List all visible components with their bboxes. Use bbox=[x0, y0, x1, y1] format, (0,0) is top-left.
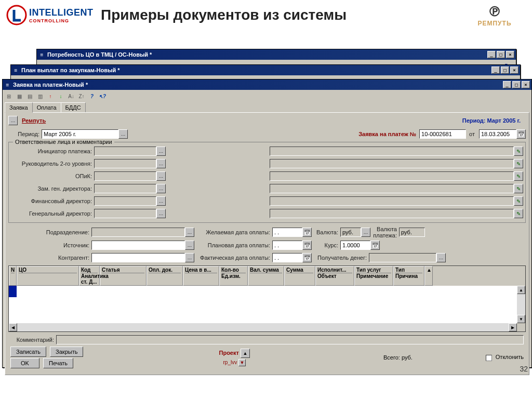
pick-button[interactable]: … bbox=[185, 241, 194, 250]
role-comment-input[interactable] bbox=[270, 184, 514, 193]
calendar-icon[interactable] bbox=[302, 253, 312, 262]
rate-input[interactable]: 1.0000 bbox=[340, 241, 370, 250]
pick-button[interactable]: … bbox=[185, 228, 194, 237]
detail-grid[interactable]: N ЦО КодАналитика ст. Д...Статья Опл. до… bbox=[8, 265, 526, 332]
want-date-input[interactable]: . . bbox=[272, 228, 302, 237]
col-header[interactable]: Сумма bbox=[284, 266, 315, 286]
pay-currency-input[interactable]: руб. bbox=[399, 228, 425, 237]
pick-org-button[interactable]: … bbox=[8, 116, 18, 125]
tool-icon[interactable]: ▥ bbox=[36, 92, 44, 100]
pick-button[interactable]: … bbox=[156, 196, 166, 206]
org-link[interactable]: Ремпуть bbox=[22, 117, 46, 124]
scroll-down-icon[interactable]: ▼ bbox=[517, 315, 525, 323]
window-payment-request[interactable]: Заявка на платеж-Новый * _ □ × ⊞ ▦ ▤ ▥ ↑… bbox=[2, 79, 532, 368]
plan-date-input[interactable]: . . bbox=[272, 241, 302, 250]
save-button[interactable]: Записать bbox=[10, 347, 46, 357]
pick-button[interactable]: … bbox=[156, 159, 166, 168]
print-button[interactable]: Печать bbox=[43, 358, 73, 368]
edit-icon[interactable] bbox=[514, 196, 523, 206]
role-input[interactable] bbox=[94, 209, 156, 218]
scroll-left-icon[interactable]: ◀ bbox=[9, 323, 17, 331]
source-input[interactable] bbox=[91, 241, 185, 250]
arrow-up-icon[interactable]: ▲ bbox=[241, 349, 250, 358]
role-input[interactable] bbox=[94, 147, 156, 156]
role-comment-input[interactable] bbox=[270, 209, 514, 218]
maximize-button[interactable]: □ bbox=[512, 81, 521, 88]
col-header[interactable]: Опл. док. bbox=[147, 266, 183, 286]
role-input[interactable] bbox=[94, 171, 156, 181]
scroll-right-icon[interactable]: ▶ bbox=[509, 323, 517, 331]
ok-button[interactable]: OK bbox=[10, 358, 39, 368]
tool-icon[interactable]: ⊞ bbox=[5, 92, 13, 100]
pick-button[interactable]: … bbox=[156, 147, 166, 156]
sort-desc-icon[interactable]: Z↑ bbox=[77, 92, 86, 100]
col-header[interactable]: Вал. сумма bbox=[248, 266, 284, 286]
pick-button[interactable]: … bbox=[361, 228, 370, 237]
role-input[interactable] bbox=[94, 184, 156, 193]
calendar-icon[interactable] bbox=[370, 241, 380, 250]
close-doc-button[interactable]: Закрыть bbox=[50, 347, 83, 357]
tool-icon[interactable]: ▦ bbox=[15, 92, 23, 100]
payee-input[interactable] bbox=[369, 253, 436, 262]
calendar-icon[interactable] bbox=[302, 228, 312, 237]
col-header[interactable]: Исполнит...Объект bbox=[315, 266, 354, 286]
role-comment-input[interactable] bbox=[270, 171, 514, 181]
minimize-button[interactable]: _ bbox=[487, 51, 496, 58]
scrollbar-horizontal[interactable]: ◀ ▶ bbox=[9, 323, 525, 331]
tab-payment[interactable]: Оплата bbox=[32, 102, 61, 112]
help-icon[interactable]: ? bbox=[88, 92, 96, 100]
pick-button[interactable]: … bbox=[156, 209, 166, 218]
minimize-button[interactable]: _ bbox=[503, 81, 511, 88]
up-arrow-icon[interactable]: ↑ bbox=[46, 92, 55, 100]
pick-button[interactable]: … bbox=[156, 184, 166, 193]
col-header[interactable]: Цена в в... bbox=[183, 266, 219, 286]
col-header[interactable]: Тип услугПримечание bbox=[354, 266, 393, 286]
comment-input[interactable] bbox=[56, 335, 524, 344]
edit-icon[interactable] bbox=[514, 184, 523, 193]
tool-icon[interactable]: ▤ bbox=[25, 92, 34, 100]
subdivision-input[interactable] bbox=[91, 228, 185, 237]
calendar-icon[interactable] bbox=[516, 129, 526, 139]
arrow-down-icon[interactable]: ▼ bbox=[238, 359, 246, 366]
calendar-icon[interactable] bbox=[302, 241, 312, 250]
currency-input[interactable]: руб. bbox=[340, 228, 361, 237]
role-comment-input[interactable] bbox=[270, 196, 514, 206]
maximize-button[interactable]: □ bbox=[501, 66, 509, 74]
scrollbar-vertical[interactable]: ▲ ▼ bbox=[517, 286, 525, 323]
request-number-input[interactable]: 10-0002681 bbox=[419, 129, 466, 139]
reject-checkbox[interactable] bbox=[486, 355, 492, 361]
col-header[interactable]: ЦО bbox=[17, 266, 79, 286]
pick-button[interactable]: … bbox=[185, 253, 194, 262]
role-input[interactable] bbox=[94, 196, 156, 206]
col-header[interactable]: Кол-воЕд.изм. bbox=[219, 266, 248, 286]
close-button[interactable]: × bbox=[510, 66, 518, 74]
col-header[interactable]: N bbox=[9, 266, 17, 286]
whatsthis-icon[interactable]: ↖? bbox=[98, 92, 107, 100]
tab-request[interactable]: Заявка bbox=[5, 102, 33, 113]
role-input[interactable] bbox=[94, 159, 156, 168]
edit-icon[interactable] bbox=[514, 147, 523, 156]
period-input[interactable]: Март 2005 г. bbox=[42, 129, 118, 139]
scroll-up-icon[interactable]: ▲ bbox=[517, 286, 525, 294]
col-header[interactable]: ТипПричина bbox=[393, 266, 424, 286]
edit-icon[interactable] bbox=[514, 171, 523, 181]
close-button[interactable]: × bbox=[522, 81, 530, 88]
tab-bdds[interactable]: БДДС bbox=[61, 102, 86, 112]
pick-button[interactable]: … bbox=[156, 171, 166, 181]
down-arrow-icon[interactable]: ↓ bbox=[57, 92, 65, 100]
minimize-button[interactable]: _ bbox=[491, 66, 500, 74]
contragent-input[interactable] bbox=[91, 253, 185, 262]
request-date-input[interactable]: 18.03.2005 bbox=[479, 129, 516, 139]
edit-icon[interactable] bbox=[514, 209, 523, 218]
fact-date-input[interactable]: . . bbox=[272, 253, 302, 262]
col-header[interactable]: Статья bbox=[100, 266, 147, 286]
pick-button[interactable]: … bbox=[436, 253, 446, 262]
role-comment-input[interactable] bbox=[270, 159, 514, 168]
close-button[interactable]: × bbox=[506, 51, 514, 58]
scroll-up-icon[interactable]: ▲ bbox=[424, 266, 433, 286]
maximize-button[interactable]: □ bbox=[497, 51, 505, 58]
col-header[interactable]: КодАналитика ст. Д... bbox=[79, 266, 100, 286]
edit-icon[interactable] bbox=[514, 159, 523, 168]
role-comment-input[interactable] bbox=[270, 147, 514, 156]
pick-button[interactable]: … bbox=[118, 129, 128, 139]
